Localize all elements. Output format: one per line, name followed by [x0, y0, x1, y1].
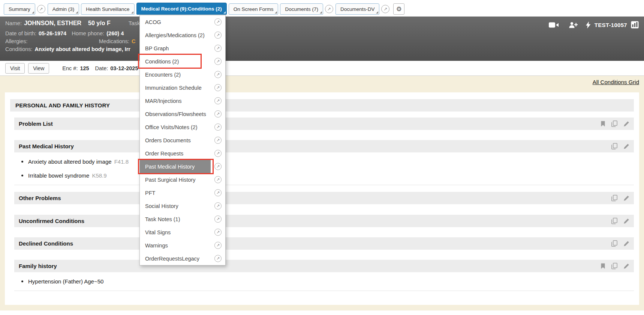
family-history-list: Hypertension (Father) Age~50: [14, 274, 634, 291]
copy-icon[interactable]: [611, 143, 617, 149]
tab-documents[interactable]: Documents (7): [280, 3, 323, 15]
open-new-window-icon[interactable]: ↗: [214, 97, 222, 104]
bookmark-icon[interactable]: [601, 121, 605, 127]
open-new-window-icon[interactable]: ↗: [214, 32, 222, 39]
open-new-window-icon[interactable]: ↗: [214, 163, 222, 170]
menu-item-label: Warnings: [144, 243, 214, 249]
menu-item-social-history[interactable]: Social History ↗: [140, 199, 225, 213]
menu-item-warnings[interactable]: Warnings ↗: [140, 239, 225, 252]
menu-item-label: PFT: [144, 190, 214, 196]
copy-icon[interactable]: [611, 240, 617, 247]
tab-label: Documents (7): [285, 6, 318, 12]
menu-item-orderrequestslegacy[interactable]: OrderRequestsLegacy ↗: [140, 252, 225, 265]
menu-item-vital-signs[interactable]: Vital Signs ↗: [140, 226, 225, 239]
open-new-window-icon[interactable]: ↗: [214, 202, 222, 209]
tab-health-surveillance[interactable]: Health Surveillance: [81, 3, 134, 15]
menu-item-label: Conditions (2): [144, 59, 214, 65]
menu-item-conditions[interactable]: Conditions (2) ↗: [140, 55, 225, 68]
tab-label: Summary: [9, 6, 30, 12]
open-new-window-icon[interactable]: ↗: [214, 71, 222, 78]
menu-item-past-medical-history[interactable]: Past Medical History ↗: [140, 160, 225, 173]
edit-icon[interactable]: [623, 121, 629, 127]
menu-item-label: ACOG: [144, 19, 214, 25]
menu-item-pft[interactable]: PFT ↗: [140, 186, 225, 199]
bar-chart-icon[interactable]: [631, 21, 639, 29]
edit-icon[interactable]: [623, 195, 629, 201]
open-new-window-icon[interactable]: ↗: [214, 150, 222, 157]
open-new-window-icon[interactable]: ↗: [214, 216, 222, 223]
condition-text: Hypertension (Father) Age~50: [28, 277, 103, 285]
medical-record-dropdown: ACOG ↗ Allergies/Medications (2) ↗ BP Gr…: [139, 15, 226, 265]
tab-documents-dv[interactable]: Documents-DV: [335, 3, 380, 15]
add-user-icon[interactable]: [569, 22, 578, 28]
visit-button[interactable]: Visit: [5, 63, 25, 74]
section-declined-conditions: Declined Conditions: [14, 237, 634, 250]
open-new-window-icon[interactable]: ↗: [214, 124, 222, 131]
enc-label: Enc #:: [62, 65, 78, 71]
open-new-window-icon[interactable]: ↗: [214, 18, 222, 26]
open-new-window-icon[interactable]: ↗: [214, 255, 222, 262]
all-conditions-grid-link[interactable]: All Conditions Grid: [593, 79, 639, 85]
menu-item-order-requests[interactable]: Order Requests ↗: [140, 147, 225, 160]
open-new-window-icon[interactable]: ↗: [214, 176, 222, 183]
menu-item-label: Allergies/Medications (2): [144, 32, 214, 38]
open-new-window-icon[interactable]: ↗: [214, 242, 222, 249]
bookmark-icon[interactable]: [601, 263, 605, 269]
section-unconfirmed-conditions: Unconfirmed Conditions: [14, 215, 634, 227]
open-new-window-icon[interactable]: ↗: [214, 45, 222, 52]
medications-value: C: [132, 38, 135, 44]
menu-item-acog[interactable]: ACOG ↗: [140, 15, 225, 29]
view-button[interactable]: View: [28, 63, 49, 74]
condition-text: Irritable bowel syndrome: [28, 172, 89, 179]
tab-label: Documents-DV: [340, 6, 375, 12]
condition-code: K58.9: [92, 172, 106, 179]
open-new-window-icon[interactable]: ↗: [214, 137, 222, 144]
tab-admin[interactable]: Admin (3): [48, 3, 79, 15]
open-new-window-icon[interactable]: ↗: [214, 189, 222, 196]
menu-item-label: Social History: [144, 203, 214, 209]
bullet: [21, 175, 23, 176]
medications-label: Medications:: [99, 38, 129, 44]
menu-item-office-visits-notes[interactable]: Office Visits/Notes (2) ↗: [140, 121, 225, 134]
patient-header: Name: JOHNSON, ESTHER 50 y/o F Tasks Dat…: [0, 17, 644, 61]
open-new-window-icon[interactable]: ↗: [381, 5, 389, 13]
dob-label: Date of birth:: [5, 30, 36, 36]
gear-icon[interactable]: ⚙: [393, 3, 404, 15]
open-new-window-icon[interactable]: ↗: [214, 84, 222, 91]
copy-icon[interactable]: [611, 263, 617, 269]
bullet: [21, 280, 23, 282]
menu-item-task-notes[interactable]: Task Notes (1) ↗: [140, 213, 225, 226]
open-new-window-icon[interactable]: ↗: [325, 5, 333, 13]
video-camera-icon[interactable]: [549, 22, 559, 28]
menu-item-past-surgical-history[interactable]: Past Surgical History ↗: [140, 173, 225, 186]
open-new-window-icon[interactable]: ↗: [214, 110, 222, 118]
menu-item-allergies-medications[interactable]: Allergies/Medications (2) ↗: [140, 29, 225, 42]
open-new-window-icon[interactable]: ↗: [214, 58, 222, 65]
edit-icon[interactable]: [623, 218, 629, 224]
menu-item-observations-flowsheets[interactable]: Observations/Flowsheets ↗: [140, 107, 225, 121]
section-title: Declined Conditions: [19, 240, 611, 247]
patient-id: TEST-10057: [595, 22, 627, 28]
menu-item-immunization-schedule[interactable]: Immunization Schedule ↗: [140, 81, 225, 94]
menu-item-bp-graph[interactable]: BP Graph ↗: [140, 42, 225, 55]
tab-summary[interactable]: Summary: [4, 3, 35, 15]
tab-on-screen-forms[interactable]: On Screen Forms: [229, 3, 279, 15]
copy-icon[interactable]: [611, 121, 617, 127]
open-new-window-icon[interactable]: ↗: [214, 229, 222, 236]
menu-item-label: Observations/Flowsheets: [144, 111, 214, 117]
menu-item-encounters[interactable]: Encounters (2) ↗: [140, 68, 225, 81]
section-problem-list: Problem List: [14, 118, 634, 130]
condition-item: Anxiety about altered body image F41.8: [21, 155, 634, 169]
tab-label: Health Surveillance: [86, 6, 129, 12]
lightning-bolt-icon[interactable]: [586, 21, 591, 29]
patient-name: JOHNSON, ESTHER: [24, 20, 81, 27]
tab-medical-record[interactable]: Medical Record (9):Conditions (2): [136, 3, 227, 15]
edit-icon[interactable]: [623, 241, 629, 247]
menu-item-mar-injections[interactable]: MAR/Injections ↗: [140, 94, 225, 107]
open-new-window-icon[interactable]: ↗: [37, 5, 45, 13]
copy-icon[interactable]: [611, 218, 617, 224]
menu-item-orders-documents[interactable]: Orders Documents ↗: [140, 134, 225, 147]
copy-icon[interactable]: [611, 195, 617, 201]
edit-icon[interactable]: [623, 263, 629, 269]
edit-icon[interactable]: [623, 143, 629, 149]
